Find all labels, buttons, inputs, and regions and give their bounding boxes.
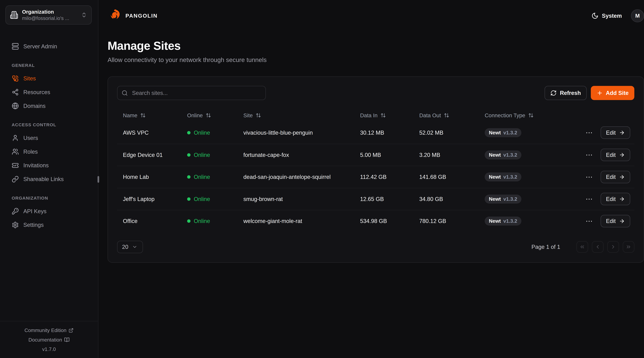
row-menu-button[interactable]: ⋯: [584, 195, 595, 203]
connection-type-version: v1.3.2: [503, 152, 517, 158]
pangolin-logo-icon: [108, 9, 122, 23]
sidebar-item-roles[interactable]: Roles: [6, 146, 92, 157]
column-label: Site: [244, 112, 253, 119]
column-header-online[interactable]: Online: [187, 112, 244, 119]
edit-button[interactable]: Edit: [600, 193, 630, 205]
edit-button[interactable]: Edit: [600, 215, 630, 227]
sidebar-item-settings[interactable]: Settings: [6, 219, 92, 231]
site-status-cell: Online: [187, 218, 244, 224]
sort-icon: [140, 113, 146, 118]
sidebar-item-resources[interactable]: Resources: [6, 87, 92, 98]
sidebar-item-api-keys[interactable]: API Keys: [6, 206, 92, 217]
edit-label: Edit: [606, 130, 616, 136]
sidebar-item-label: Domains: [23, 103, 46, 109]
connection-type-badge: Newt v1.3.2: [485, 151, 522, 160]
online-status-label: Online: [194, 130, 210, 136]
server-icon: [12, 43, 19, 50]
organization-picker[interactable]: Organization milo@fossorial.io's ...: [6, 5, 92, 24]
search-box[interactable]: [117, 86, 266, 100]
site-name-cell: Edge Device 01: [123, 152, 187, 158]
waypoints-icon: [12, 89, 19, 96]
column-header-data-in[interactable]: Data In: [360, 112, 419, 119]
sidebar-resize-handle[interactable]: [98, 176, 99, 183]
connection-type-version: v1.3.2: [503, 174, 517, 180]
theme-label: System: [602, 12, 622, 19]
connection-type-cell: Newt v1.3.2: [485, 151, 582, 160]
column-header-data-out[interactable]: Data Out: [419, 112, 485, 119]
plus-icon: [596, 90, 603, 96]
row-menu-button[interactable]: ⋯: [584, 217, 595, 225]
chevron-left-icon: [595, 244, 600, 250]
table-header-row: Name Online Site Data In Data Out: [117, 109, 634, 122]
sidebar-item-users[interactable]: Users: [6, 132, 92, 144]
row-actions-cell: ⋯ Edit: [582, 193, 630, 205]
row-menu-button[interactable]: ⋯: [584, 173, 595, 181]
connection-type-name: Newt: [489, 174, 501, 180]
connection-type-version: v1.3.2: [503, 130, 517, 136]
add-site-button[interactable]: Add Site: [591, 86, 634, 100]
row-menu-button[interactable]: ⋯: [584, 151, 595, 159]
sidebar-item-invitations[interactable]: Invitations: [6, 160, 92, 171]
sidebar-nav: Server Admin GENERAL Sites Resources Dom…: [0, 30, 98, 321]
online-status-label: Online: [194, 218, 210, 224]
table-toolbar: Refresh Add Site: [117, 86, 634, 100]
pager-controls: Page 1 of 1: [532, 241, 634, 253]
theme-selector[interactable]: System: [592, 12, 622, 19]
sidebar-footer: Community Edition Documentation v1.7.0: [0, 321, 98, 358]
edit-button[interactable]: Edit: [600, 171, 630, 183]
data-out-cell: 3.20 MB: [419, 152, 485, 158]
column-header-name[interactable]: Name: [123, 112, 187, 119]
edit-label: Edit: [606, 174, 616, 180]
building-icon: [10, 11, 18, 19]
documentation-link[interactable]: Documentation: [28, 337, 70, 343]
column-label: Connection Type: [485, 112, 525, 119]
organization-title: Organization: [22, 9, 81, 15]
last-page-button[interactable]: [623, 241, 634, 253]
page-title: Manage Sites: [108, 39, 644, 52]
chevron-right-icon: [610, 244, 616, 250]
connection-type-name: Newt: [489, 130, 501, 136]
data-out-cell: 52.02 MB: [419, 130, 485, 136]
sidebar-section-general: GENERAL Sites Resources Domains: [6, 63, 92, 112]
page-subtitle: Allow connectivity to your network throu…: [108, 56, 644, 63]
user-avatar[interactable]: M: [631, 9, 644, 22]
arrow-right-icon: [619, 218, 625, 224]
search-input[interactable]: [131, 89, 261, 97]
connection-type-badge: Newt v1.3.2: [485, 173, 522, 181]
connection-type-cell: Newt v1.3.2: [485, 128, 582, 137]
sidebar-item-sites[interactable]: Sites: [6, 73, 92, 84]
sidebar-item-server-admin[interactable]: Server Admin: [6, 41, 92, 52]
table-row: AWS VPC Online vivacious-little-blue-pen…: [117, 122, 634, 144]
edit-button[interactable]: Edit: [600, 126, 630, 139]
first-page-button[interactable]: [576, 241, 588, 253]
online-status-label: Online: [194, 196, 210, 202]
edit-label: Edit: [606, 196, 616, 202]
data-in-cell: 534.98 GB: [360, 218, 419, 224]
column-header-site[interactable]: Site: [244, 112, 360, 119]
edit-button[interactable]: Edit: [600, 149, 630, 161]
online-status-dot: [187, 153, 190, 157]
site-slug-cell: smug-brown-rat: [244, 196, 360, 202]
sidebar-item-label: Users: [23, 135, 38, 141]
page-size-select[interactable]: 20: [117, 241, 143, 253]
sidebar-item-shareable-links[interactable]: Shareable Links: [6, 174, 92, 185]
sites-combine-icon: [12, 75, 19, 82]
organization-picker-text: Organization milo@fossorial.io's ...: [22, 9, 81, 21]
documentation-label: Documentation: [28, 337, 62, 343]
moon-icon: [592, 12, 598, 19]
row-menu-button[interactable]: ⋯: [584, 128, 595, 137]
sort-icon: [528, 113, 534, 118]
community-edition-link[interactable]: Community Edition: [24, 328, 74, 333]
data-in-cell: 112.42 GB: [360, 174, 419, 180]
site-slug-cell: dead-san-joaquin-antelope-squirrel: [244, 174, 360, 180]
column-header-connection-type[interactable]: Connection Type: [485, 112, 582, 119]
data-out-cell: 34.80 GB: [419, 196, 485, 202]
next-page-button[interactable]: [607, 241, 619, 253]
table-row: Jeff's Laptop Online smug-brown-rat 12.6…: [117, 188, 634, 210]
sort-icon: [206, 113, 211, 118]
row-actions-cell: ⋯ Edit: [582, 171, 630, 183]
arrow-right-icon: [619, 130, 625, 136]
previous-page-button[interactable]: [592, 241, 604, 253]
refresh-button[interactable]: Refresh: [544, 86, 587, 100]
sidebar-item-domains[interactable]: Domains: [6, 100, 92, 112]
